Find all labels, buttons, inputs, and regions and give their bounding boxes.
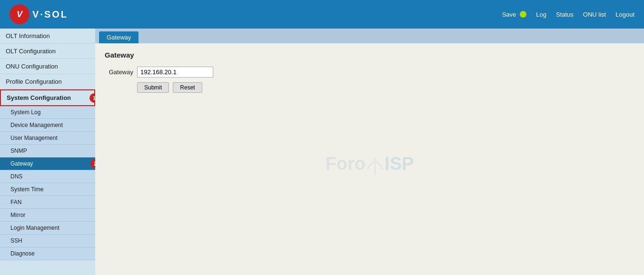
- status-indicator: [520, 11, 526, 18]
- tab-bar: Gateway: [95, 29, 644, 43]
- layout: OLT Information OLT Configuration ONU Co…: [0, 29, 644, 275]
- logout-link[interactable]: Logout: [615, 11, 634, 18]
- sidebar-item-olt-configuration[interactable]: OLT Configuration: [0, 44, 95, 59]
- main-content: Gateway Gateway Gateway Submit Reset For…: [95, 29, 644, 275]
- sidebar-item-olt-information[interactable]: OLT Information: [0, 29, 95, 44]
- watermark-antenna-icon: [367, 152, 384, 176]
- sidebar-sub-item-device-management[interactable]: Device Management: [0, 119, 95, 132]
- sidebar-sub-item-mirror[interactable]: Mirror: [0, 209, 95, 222]
- sidebar-sub-item-system-time[interactable]: System Time: [0, 183, 95, 196]
- gateway-label: Gateway: [10, 160, 33, 167]
- sidebar-sub-item-diagnose[interactable]: Diagnose: [0, 247, 95, 260]
- sidebar-sub-item-login-management[interactable]: Login Management: [0, 222, 95, 235]
- sidebar-sub-item-ssh[interactable]: SSH: [0, 235, 95, 247]
- sidebar-item-system-configuration[interactable]: System Configuration 1: [0, 89, 95, 106]
- sidebar-sub-item-user-management[interactable]: User Management: [0, 132, 95, 145]
- logo-area: V V·SOL: [10, 4, 68, 24]
- submit-button[interactable]: Submit: [137, 82, 169, 93]
- status-link[interactable]: Status: [556, 11, 574, 18]
- sidebar-sub-item-gateway[interactable]: Gateway 2: [0, 157, 95, 170]
- save-button[interactable]: Save: [502, 11, 516, 18]
- gateway-form-row: Gateway: [105, 67, 634, 78]
- content-area: Gateway Gateway Submit Reset: [95, 43, 644, 105]
- watermark-isp: ISP: [385, 154, 414, 174]
- sidebar-sub-item-system-log[interactable]: System Log: [0, 106, 95, 119]
- form-buttons: Submit Reset: [105, 82, 634, 93]
- vsol-icon: V: [10, 4, 30, 24]
- onu-list-link[interactable]: ONU list: [583, 11, 606, 18]
- header: V V·SOL Save Log Status ONU list Logout: [0, 0, 644, 29]
- watermark-foro: Foro: [326, 154, 366, 174]
- tab-gateway[interactable]: Gateway: [99, 31, 139, 43]
- vsol-name: V·SOL: [32, 9, 68, 20]
- watermark: Foro ISP: [326, 152, 414, 176]
- gateway-field-label: Gateway: [105, 69, 133, 76]
- sidebar-sub-item-snmp[interactable]: SNMP: [0, 145, 95, 157]
- badge-2: 2: [90, 159, 95, 168]
- sidebar-item-onu-configuration[interactable]: ONU Configuration: [0, 59, 95, 74]
- sidebar-sub-item-fan[interactable]: FAN: [0, 196, 95, 209]
- content-title: Gateway: [105, 51, 634, 59]
- sidebar-sub-item-dns[interactable]: DNS: [0, 170, 95, 183]
- gateway-input[interactable]: [137, 67, 213, 78]
- vsol-text: V·SOL: [32, 9, 68, 20]
- sidebar: OLT Information OLT Configuration ONU Co…: [0, 29, 95, 275]
- header-nav: Save Log Status ONU list Logout: [502, 11, 634, 18]
- system-config-label: System Configuration: [7, 94, 71, 101]
- badge-1: 1: [89, 93, 95, 103]
- reset-button[interactable]: Reset: [173, 82, 202, 93]
- sidebar-item-profile-configuration[interactable]: Profile Configuration: [0, 74, 95, 89]
- save-area: Save: [502, 11, 527, 18]
- log-link[interactable]: Log: [536, 11, 546, 18]
